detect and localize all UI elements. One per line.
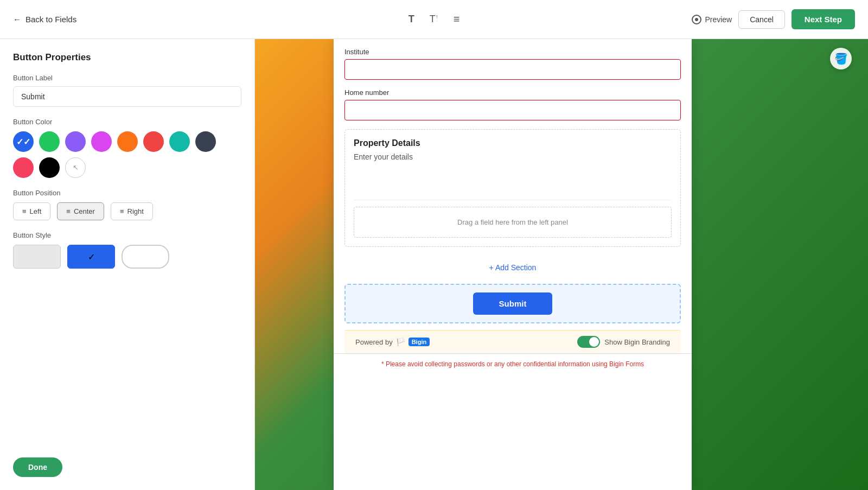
- back-to-fields-btn[interactable]: ← Back to Fields: [13, 15, 76, 24]
- submit-btn[interactable]: Submit: [473, 292, 553, 315]
- color-swatch-teal[interactable]: [169, 131, 190, 152]
- back-arrow-icon: ←: [13, 15, 21, 24]
- position-center-label: Center: [74, 207, 95, 215]
- style-rounded-btn[interactable]: [122, 245, 169, 269]
- button-color-label: Button Color: [13, 118, 241, 126]
- position-right-label: Right: [127, 207, 144, 215]
- branding-toggle[interactable]: [577, 336, 600, 348]
- text-icon-btn[interactable]: T: [406, 11, 417, 27]
- color-swatch-coral[interactable]: [13, 157, 34, 178]
- preview-label: Preview: [705, 15, 732, 24]
- submit-area: Submit: [344, 284, 681, 323]
- main-layout: Button Properties Button Label Button Co…: [0, 39, 868, 490]
- topnav-center-icons: T T↑ ≡: [406, 11, 462, 28]
- drag-hint-text: Drag a field here from the left panel: [457, 218, 568, 226]
- done-btn[interactable]: Done: [13, 457, 62, 477]
- align-left-icon: ≡: [22, 207, 27, 215]
- add-section-btn[interactable]: + Add Section: [334, 256, 692, 279]
- color-swatch-red[interactable]: [143, 131, 164, 152]
- position-left-btn[interactable]: ≡ Left: [13, 202, 50, 220]
- color-swatch-green[interactable]: [39, 131, 60, 152]
- preview-btn[interactable]: Preview: [692, 15, 732, 24]
- color-swatch-black[interactable]: [39, 157, 60, 178]
- property-details-section: Property Details Enter your details Drag…: [344, 129, 681, 247]
- powered-by-text: Powered by: [355, 338, 393, 346]
- color-grid: ✓ ↖: [13, 131, 241, 178]
- left-panel: Button Properties Button Label Button Co…: [0, 39, 255, 490]
- color-swatch-white[interactable]: ↖: [65, 157, 86, 178]
- warning-text: * Please avoid collecting passwords or a…: [381, 360, 644, 368]
- drag-area: Drag a field here from the left panel: [354, 207, 672, 238]
- style-filled-btn[interactable]: ✓: [67, 245, 115, 269]
- bigin-logo: Bigin: [409, 338, 430, 346]
- color-swatch-blue[interactable]: ✓: [13, 131, 34, 152]
- form-panel: Institute Home number Property Details E…: [334, 39, 692, 490]
- section-title: Property Details: [354, 138, 672, 148]
- button-style-label: Button Style: [13, 231, 241, 239]
- topnav-right: Preview Cancel Next Step: [692, 9, 855, 29]
- branding-bar: Powered by 🏳️ Bigin Show Bigin Branding: [344, 330, 681, 353]
- text-resize-icon-btn[interactable]: T↑: [427, 11, 441, 27]
- position-group: ≡ Left ≡ Center ≡ Right: [13, 202, 241, 220]
- panel-title: Button Properties: [13, 52, 241, 63]
- color-swatch-purple[interactable]: [65, 131, 86, 152]
- position-right-btn[interactable]: ≡ Right: [111, 202, 153, 220]
- filled-check-icon: ✓: [88, 252, 95, 262]
- color-swatch-orange[interactable]: [117, 131, 138, 152]
- topnav: ← Back to Fields T T↑ ≡ Preview Cancel N…: [0, 0, 868, 39]
- lines-icon-btn[interactable]: ≡: [451, 11, 462, 28]
- institute-input[interactable]: [344, 59, 681, 80]
- style-flat-btn[interactable]: [13, 245, 61, 269]
- preview-circle-icon: [692, 15, 701, 24]
- align-center-icon: ≡: [66, 207, 71, 215]
- back-label: Back to Fields: [25, 15, 76, 24]
- button-label-field-label: Button Label: [13, 74, 241, 82]
- institute-label: Institute: [344, 48, 681, 56]
- align-right-icon: ≡: [120, 207, 124, 215]
- section-desc: Enter your details: [354, 152, 672, 161]
- button-position-label: Button Position: [13, 189, 241, 197]
- paint-bucket-icon: 🪣: [834, 52, 848, 65]
- warning-bar: * Please avoid collecting passwords or a…: [334, 353, 692, 374]
- color-swatch-dark[interactable]: [195, 131, 216, 152]
- position-left-label: Left: [30, 207, 42, 215]
- show-branding: Show Bigin Branding: [577, 336, 670, 348]
- position-center-btn[interactable]: ≡ Center: [57, 202, 104, 220]
- powered-by: Powered by 🏳️ Bigin: [355, 338, 430, 346]
- button-label-input[interactable]: [13, 86, 241, 107]
- home-number-input[interactable]: [344, 100, 681, 120]
- form-content: Institute Home number: [334, 39, 692, 120]
- paint-icon-btn[interactable]: 🪣: [830, 48, 852, 69]
- color-swatch-pink[interactable]: [91, 131, 112, 152]
- right-panel: 🪣: [814, 39, 868, 490]
- cancel-btn[interactable]: Cancel: [738, 10, 785, 29]
- home-number-field-group: Home number: [344, 88, 681, 120]
- next-step-btn[interactable]: Next Step: [792, 9, 855, 29]
- institute-field-group: Institute: [344, 39, 681, 80]
- style-group: ✓: [13, 245, 241, 269]
- show-branding-label: Show Bigin Branding: [604, 338, 670, 346]
- home-number-label: Home number: [344, 88, 681, 97]
